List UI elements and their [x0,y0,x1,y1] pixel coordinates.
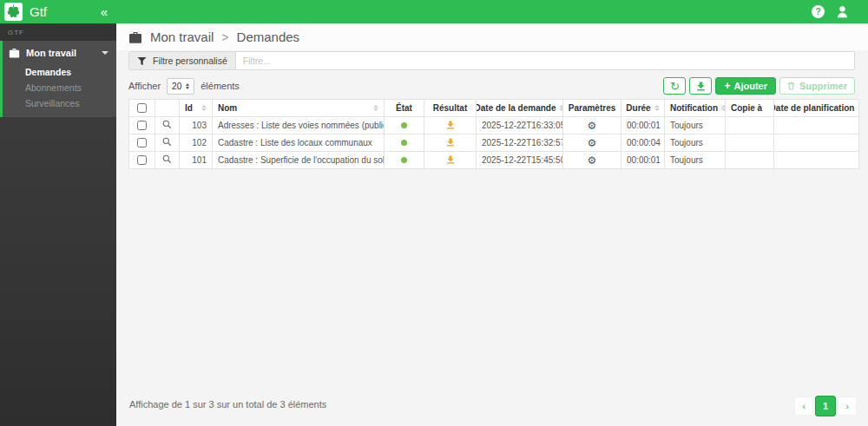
length-suffix-label: éléments [201,81,240,91]
column-header-date_planification[interactable]: Date de planification [774,100,859,117]
sidebar-item-mon-travail[interactable]: Mon travail [3,41,116,64]
sort-icon[interactable] [718,105,726,111]
table-header-row: IdNomÉtatRésultatDate de la demandeParam… [129,100,859,117]
cell-resultat [424,134,477,152]
briefcase-icon [128,31,142,43]
sidebar-item-surveillances[interactable]: Surveillances [3,95,116,111]
pagination: ‹ 1 › [794,396,857,416]
cell-parametres: ⚙ [563,117,621,134]
cell-id: 103 [180,117,213,134]
column-label: Résultat [433,103,467,113]
delete-button[interactable]: Supprimer [779,77,855,95]
sort-icon[interactable] [370,105,378,111]
pagination-prev-button[interactable]: ‹ [794,397,813,416]
cell-parametres: ⚙ [563,152,621,169]
breadcrumb-parent[interactable]: Mon travail [150,29,214,44]
zoom-row-button[interactable] [162,154,172,164]
breadcrumb-separator: > [221,30,228,44]
column-header-resultat: Résultat [424,100,477,117]
column-label: Copie à [731,103,762,113]
zoom-row-button[interactable] [162,137,172,147]
sidebar-menu-block: Mon travail DemandesAbonnementsSurveilla… [0,41,116,117]
result-download-icon [446,121,455,129]
cell-select [129,134,155,152]
column-header-duree[interactable]: Durée [621,100,665,117]
cell-zoom [155,134,180,152]
result-download-button[interactable] [446,138,455,147]
cell-resultat [424,152,477,169]
sort-icon[interactable] [854,105,858,111]
result-download-button[interactable] [446,155,455,164]
help-icon[interactable]: ? [812,5,825,18]
column-header-copie_a: Copie à [726,100,774,117]
filter-addon[interactable]: Filtre personnalisé [129,52,236,69]
cell-etat [385,152,424,169]
zoom-row-button[interactable] [162,120,172,129]
result-download-button[interactable] [446,121,455,129]
sidebar: GTF Mon travail DemandesAbonnementsSurve… [0,23,116,426]
column-label: Durée [626,103,650,113]
table-row: 101Cadastre : Superficie de l'occupation… [129,152,859,169]
column-label: Paramètres [569,103,615,113]
export-download-button[interactable] [689,77,712,95]
status-ok-dot [401,122,407,128]
user-icon[interactable] [836,5,849,18]
column-header-id[interactable]: Id [180,100,213,117]
length-prefix-label: Afficher [128,81,161,91]
cell-notification: Toujours [665,117,726,134]
toolbar: ↻ + Ajouter Sup [663,77,855,95]
column-header-notification[interactable]: Notification [665,100,726,117]
page-length-control: Afficher 20 éléments [128,78,240,95]
column-header-date_demande[interactable]: Date de la demande [477,100,563,117]
filter-label: Filtre personnalisé [153,56,227,66]
cell-nom: Adresses : Liste des voies nommées (publ… [213,117,385,134]
page-length-select[interactable]: 20 [167,78,194,95]
sidebar-menu-label: Mon travail [26,48,76,58]
row-checkbox[interactable] [137,121,147,130]
column-label: Date de la demande [477,103,556,113]
custom-filter-group: Filtre personnalisé [128,51,855,70]
sidebar-collapse-button[interactable]: « [101,5,108,18]
breadcrumb: Mon travail > Demandes [116,23,868,50]
cell-date_demande: 2025-12-22T16:32:57 [477,134,563,152]
cell-parametres: ⚙ [563,134,621,152]
column-header-parametres: Paramètres [563,100,621,117]
clover-logo-icon [6,4,21,19]
controls-row: Afficher 20 éléments ↻ + Ajouter [128,77,855,95]
top-bar: Gtf « ? [0,0,868,23]
pagination-page-1[interactable]: 1 [815,396,836,416]
select-all-checkbox[interactable] [137,103,147,113]
cell-select [129,117,155,134]
sidebar-item-demandes[interactable]: Demandes [3,64,116,80]
sort-icon[interactable] [651,105,660,111]
table-row: 103Adresses : Liste des voies nommées (p… [129,117,859,134]
sidebar-section-label: GTF [0,23,116,41]
column-header-select [129,100,155,117]
select-spinner-icon [186,83,189,89]
cell-select [129,152,155,169]
row-checkbox[interactable] [137,155,147,165]
add-button[interactable]: + Ajouter [715,77,776,95]
cell-zoom [155,117,180,134]
row-checkbox[interactable] [137,138,147,147]
parameters-gear-icon[interactable]: ⚙ [588,120,597,132]
cell-duree: 00:00:01 [621,152,665,169]
sort-icon[interactable] [198,105,207,111]
column-header-nom[interactable]: Nom [213,100,385,117]
table-row: 102Cadastre : Liste des locaux communaux… [129,134,859,152]
pagination-next-button[interactable]: › [838,397,857,416]
sort-icon[interactable] [556,105,562,111]
column-header-etat: État [385,100,424,117]
top-bar-actions: ? [812,5,868,18]
parameters-gear-icon[interactable]: ⚙ [588,154,597,167]
cell-date_demande: 2025-12-22T16:33:05 [477,117,563,134]
result-download-icon [446,138,455,147]
cell-zoom [155,152,180,169]
parameters-gear-icon[interactable]: ⚙ [588,137,597,149]
refresh-button[interactable]: ↻ [663,77,686,95]
filter-input[interactable] [236,52,854,69]
column-label: État [396,103,412,113]
add-button-label: Ajouter [733,81,767,91]
sidebar-item-abonnements[interactable]: Abonnements [3,80,116,95]
column-label: Date de planification [774,103,855,113]
